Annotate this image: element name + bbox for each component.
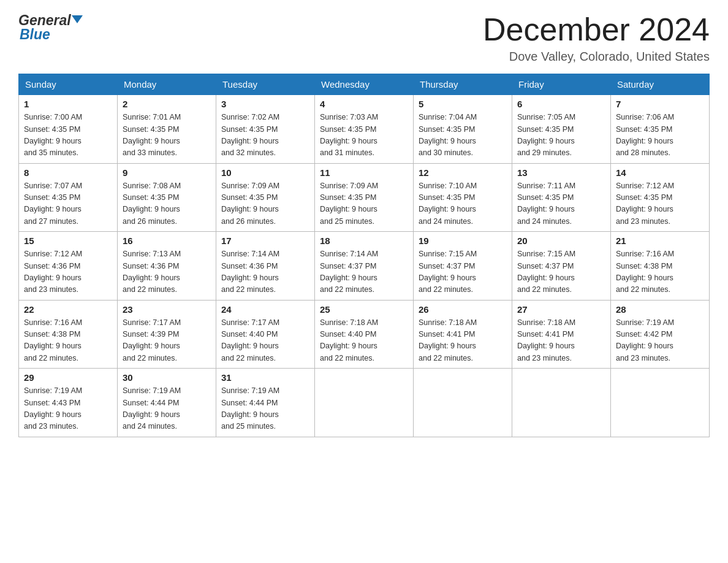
day-number: 23	[123, 304, 211, 315]
day-number: 9	[123, 167, 211, 178]
day-number: 1	[24, 99, 112, 109]
day-number: 8	[24, 167, 112, 178]
logo-triangle-icon	[72, 15, 83, 23]
day-info: Sunrise: 7:19 AMSunset: 4:44 PMDaylight:…	[221, 385, 309, 433]
calendar-table: SundayMondayTuesdayWednesdayThursdayFrid…	[18, 74, 710, 437]
day-info: Sunrise: 7:16 AMSunset: 4:38 PMDaylight:…	[616, 248, 704, 296]
day-info: Sunrise: 7:19 AMSunset: 4:42 PMDaylight:…	[616, 317, 704, 365]
day-number: 28	[616, 304, 704, 315]
day-info: Sunrise: 7:18 AMSunset: 4:41 PMDaylight:…	[419, 317, 507, 365]
calendar-week-1: 1Sunrise: 7:00 AMSunset: 4:35 PMDaylight…	[19, 95, 710, 164]
calendar-cell: 18Sunrise: 7:14 AMSunset: 4:37 PMDayligh…	[315, 232, 414, 301]
day-number: 15	[24, 236, 112, 246]
day-info: Sunrise: 7:10 AMSunset: 4:35 PMDaylight:…	[419, 180, 507, 228]
day-info: Sunrise: 7:17 AMSunset: 4:40 PMDaylight:…	[221, 317, 309, 365]
day-info: Sunrise: 7:18 AMSunset: 4:41 PMDaylight:…	[517, 317, 605, 365]
day-info: Sunrise: 7:00 AMSunset: 4:35 PMDaylight:…	[24, 112, 112, 159]
day-info: Sunrise: 7:07 AMSunset: 4:35 PMDaylight:…	[24, 180, 112, 228]
day-number: 27	[517, 304, 605, 315]
day-number: 19	[419, 236, 507, 246]
weekday-header-monday: Monday	[118, 74, 216, 95]
day-info: Sunrise: 7:09 AMSunset: 4:35 PMDaylight:…	[221, 180, 309, 228]
calendar-cell: 30Sunrise: 7:19 AMSunset: 4:44 PMDayligh…	[118, 369, 216, 437]
calendar-cell: 8Sunrise: 7:07 AMSunset: 4:35 PMDaylight…	[19, 163, 118, 232]
calendar-cell: 13Sunrise: 7:11 AMSunset: 4:35 PMDayligh…	[512, 163, 611, 232]
location-text: Dove Valley, Colorado, United States	[483, 50, 710, 64]
calendar-cell: 6Sunrise: 7:05 AMSunset: 4:35 PMDaylight…	[512, 95, 611, 164]
day-number: 22	[24, 304, 112, 315]
weekday-header-friday: Friday	[512, 74, 611, 95]
day-number: 17	[221, 236, 309, 246]
day-info: Sunrise: 7:14 AMSunset: 4:36 PMDaylight:…	[221, 248, 309, 296]
calendar-header: SundayMondayTuesdayWednesdayThursdayFrid…	[19, 74, 710, 95]
calendar-cell: 25Sunrise: 7:18 AMSunset: 4:40 PMDayligh…	[315, 300, 414, 369]
calendar-body: 1Sunrise: 7:00 AMSunset: 4:35 PMDaylight…	[19, 95, 710, 437]
day-number: 12	[419, 167, 507, 178]
calendar-cell: 12Sunrise: 7:10 AMSunset: 4:35 PMDayligh…	[414, 163, 512, 232]
day-number: 14	[616, 167, 704, 178]
calendar-cell: 26Sunrise: 7:18 AMSunset: 4:41 PMDayligh…	[414, 300, 512, 369]
calendar-cell: 5Sunrise: 7:04 AMSunset: 4:35 PMDaylight…	[414, 95, 512, 164]
day-number: 26	[419, 304, 507, 315]
calendar-cell	[611, 369, 710, 437]
day-info: Sunrise: 7:09 AMSunset: 4:35 PMDaylight:…	[320, 180, 408, 228]
day-info: Sunrise: 7:16 AMSunset: 4:38 PMDaylight:…	[24, 317, 112, 365]
weekday-header-thursday: Thursday	[414, 74, 512, 95]
day-number: 4	[320, 99, 408, 109]
calendar-cell: 29Sunrise: 7:19 AMSunset: 4:43 PMDayligh…	[19, 369, 118, 437]
day-number: 6	[517, 99, 605, 109]
calendar-cell	[414, 369, 512, 437]
title-section: December 2024 Dove Valley, Colorado, Uni…	[483, 12, 710, 64]
calendar-cell: 20Sunrise: 7:15 AMSunset: 4:37 PMDayligh…	[512, 232, 611, 301]
day-number: 11	[320, 167, 408, 178]
month-title: December 2024	[483, 12, 710, 47]
day-info: Sunrise: 7:03 AMSunset: 4:35 PMDaylight:…	[320, 112, 408, 159]
day-number: 20	[517, 236, 605, 246]
logo: General Blue	[18, 12, 83, 43]
calendar-cell: 9Sunrise: 7:08 AMSunset: 4:35 PMDaylight…	[118, 163, 216, 232]
day-number: 16	[123, 236, 211, 246]
day-number: 21	[616, 236, 704, 246]
day-info: Sunrise: 7:04 AMSunset: 4:35 PMDaylight:…	[419, 112, 507, 159]
day-info: Sunrise: 7:17 AMSunset: 4:39 PMDaylight:…	[123, 317, 211, 365]
calendar-cell: 19Sunrise: 7:15 AMSunset: 4:37 PMDayligh…	[414, 232, 512, 301]
calendar-cell: 2Sunrise: 7:01 AMSunset: 4:35 PMDaylight…	[118, 95, 216, 164]
day-number: 2	[123, 99, 211, 109]
day-info: Sunrise: 7:18 AMSunset: 4:40 PMDaylight:…	[320, 317, 408, 365]
day-info: Sunrise: 7:06 AMSunset: 4:35 PMDaylight:…	[616, 112, 704, 159]
day-info: Sunrise: 7:19 AMSunset: 4:44 PMDaylight:…	[123, 385, 211, 433]
day-number: 30	[123, 372, 211, 383]
day-info: Sunrise: 7:08 AMSunset: 4:35 PMDaylight:…	[123, 180, 211, 228]
calendar-cell: 21Sunrise: 7:16 AMSunset: 4:38 PMDayligh…	[611, 232, 710, 301]
day-number: 10	[221, 167, 309, 178]
calendar-week-2: 8Sunrise: 7:07 AMSunset: 4:35 PMDaylight…	[19, 163, 710, 232]
day-info: Sunrise: 7:12 AMSunset: 4:36 PMDaylight:…	[24, 248, 112, 296]
calendar-cell	[512, 369, 611, 437]
weekday-header-tuesday: Tuesday	[216, 74, 315, 95]
day-info: Sunrise: 7:11 AMSunset: 4:35 PMDaylight:…	[517, 180, 605, 228]
calendar-cell: 14Sunrise: 7:12 AMSunset: 4:35 PMDayligh…	[611, 163, 710, 232]
day-info: Sunrise: 7:05 AMSunset: 4:35 PMDaylight:…	[517, 112, 605, 159]
day-info: Sunrise: 7:15 AMSunset: 4:37 PMDaylight:…	[517, 248, 605, 296]
calendar-cell: 15Sunrise: 7:12 AMSunset: 4:36 PMDayligh…	[19, 232, 118, 301]
logo-blue-text: Blue	[20, 26, 83, 43]
day-info: Sunrise: 7:14 AMSunset: 4:37 PMDaylight:…	[320, 248, 408, 296]
calendar-cell: 27Sunrise: 7:18 AMSunset: 4:41 PMDayligh…	[512, 300, 611, 369]
calendar-cell: 23Sunrise: 7:17 AMSunset: 4:39 PMDayligh…	[118, 300, 216, 369]
calendar-cell: 10Sunrise: 7:09 AMSunset: 4:35 PMDayligh…	[216, 163, 315, 232]
calendar-cell: 16Sunrise: 7:13 AMSunset: 4:36 PMDayligh…	[118, 232, 216, 301]
calendar-week-3: 15Sunrise: 7:12 AMSunset: 4:36 PMDayligh…	[19, 232, 710, 301]
day-info: Sunrise: 7:13 AMSunset: 4:36 PMDaylight:…	[123, 248, 211, 296]
calendar-cell: 1Sunrise: 7:00 AMSunset: 4:35 PMDaylight…	[19, 95, 118, 164]
day-number: 18	[320, 236, 408, 246]
day-info: Sunrise: 7:02 AMSunset: 4:35 PMDaylight:…	[221, 112, 309, 159]
weekday-header-wednesday: Wednesday	[315, 74, 414, 95]
weekday-header-sunday: Sunday	[19, 74, 118, 95]
calendar-cell: 28Sunrise: 7:19 AMSunset: 4:42 PMDayligh…	[611, 300, 710, 369]
weekday-header-row: SundayMondayTuesdayWednesdayThursdayFrid…	[19, 74, 710, 95]
day-info: Sunrise: 7:19 AMSunset: 4:43 PMDaylight:…	[24, 385, 112, 433]
day-number: 5	[419, 99, 507, 109]
day-info: Sunrise: 7:01 AMSunset: 4:35 PMDaylight:…	[123, 112, 211, 159]
day-number: 13	[517, 167, 605, 178]
calendar-week-4: 22Sunrise: 7:16 AMSunset: 4:38 PMDayligh…	[19, 300, 710, 369]
